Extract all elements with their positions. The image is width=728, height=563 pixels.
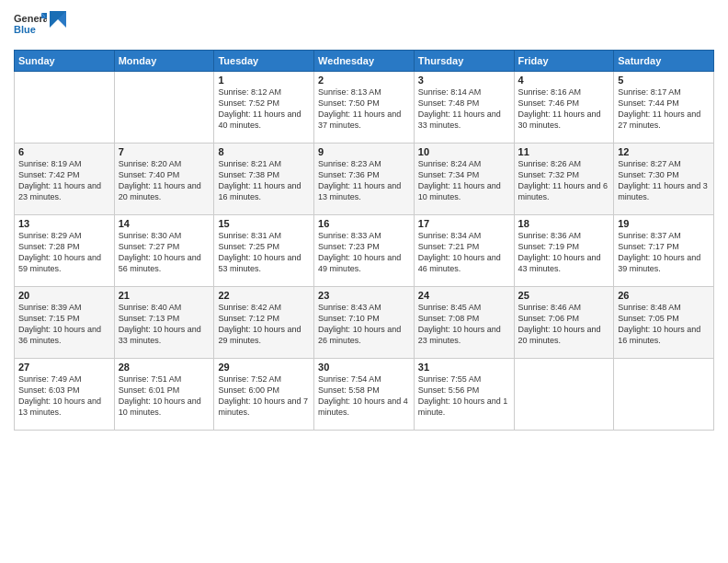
cell-info: Sunrise: 7:51 AMSunset: 6:01 PMDaylight:… xyxy=(119,373,210,419)
cell-info: Sunrise: 7:49 AMSunset: 6:03 PMDaylight:… xyxy=(18,373,110,419)
cell-info: Sunrise: 8:36 AMSunset: 7:19 PMDaylight:… xyxy=(518,230,610,275)
calendar-cell xyxy=(514,359,614,431)
day-number: 31 xyxy=(418,362,510,373)
calendar-page: General Blue SundayMondayTu xyxy=(0,0,728,563)
cell-info: Sunrise: 8:37 AMSunset: 7:17 PMDaylight:… xyxy=(618,230,710,275)
calendar-cell: 17Sunrise: 8:34 AMSunset: 7:21 PMDayligh… xyxy=(414,215,514,287)
day-number: 30 xyxy=(318,362,410,373)
day-number: 25 xyxy=(518,290,610,301)
day-header: Wednesday xyxy=(314,51,415,72)
day-number: 16 xyxy=(318,218,410,229)
calendar-cell: 5Sunrise: 8:17 AMSunset: 7:44 PMDaylight… xyxy=(614,72,714,144)
day-number: 17 xyxy=(418,218,510,229)
calendar-cell: 16Sunrise: 8:33 AMSunset: 7:23 PMDayligh… xyxy=(314,215,415,287)
day-number: 21 xyxy=(119,290,210,301)
calendar-cell: 24Sunrise: 8:45 AMSunset: 7:08 PMDayligh… xyxy=(414,287,514,359)
calendar-cell: 8Sunrise: 8:21 AMSunset: 7:38 PMDaylight… xyxy=(214,144,314,215)
day-number: 13 xyxy=(18,218,110,229)
day-number: 7 xyxy=(119,146,210,157)
day-number: 10 xyxy=(418,146,510,157)
calendar-cell: 1Sunrise: 8:12 AMSunset: 7:52 PMDaylight… xyxy=(214,72,314,144)
day-number: 22 xyxy=(218,290,310,301)
day-header: Sunday xyxy=(15,51,115,72)
logo-icon: General Blue xyxy=(14,9,47,42)
logo: General Blue xyxy=(14,9,66,42)
calendar-week: 27Sunrise: 7:49 AMSunset: 6:03 PMDayligh… xyxy=(15,359,714,431)
svg-text:Blue: Blue xyxy=(14,24,36,35)
day-number: 27 xyxy=(18,362,110,373)
day-number: 20 xyxy=(18,290,110,301)
day-number: 26 xyxy=(618,290,710,301)
day-number: 2 xyxy=(318,75,410,86)
cell-info: Sunrise: 8:16 AMSunset: 7:46 PMDaylight:… xyxy=(518,86,610,132)
day-number: 15 xyxy=(218,218,310,229)
day-number: 23 xyxy=(318,290,410,301)
day-number: 11 xyxy=(518,146,610,157)
calendar-week: 1Sunrise: 8:12 AMSunset: 7:52 PMDaylight… xyxy=(15,72,714,144)
cell-info: Sunrise: 8:45 AMSunset: 7:08 PMDaylight:… xyxy=(418,302,510,347)
calendar-week: 6Sunrise: 8:19 AMSunset: 7:42 PMDaylight… xyxy=(15,144,714,215)
calendar-cell: 3Sunrise: 8:14 AMSunset: 7:48 PMDaylight… xyxy=(414,72,514,144)
calendar-cell: 15Sunrise: 8:31 AMSunset: 7:25 PMDayligh… xyxy=(214,215,314,287)
calendar-cell: 31Sunrise: 7:55 AMSunset: 5:56 PMDayligh… xyxy=(414,359,514,431)
day-number: 18 xyxy=(518,218,610,229)
day-number: 28 xyxy=(119,362,210,373)
cell-info: Sunrise: 8:43 AMSunset: 7:10 PMDaylight:… xyxy=(318,302,410,347)
calendar-cell: 4Sunrise: 8:16 AMSunset: 7:46 PMDaylight… xyxy=(514,72,614,144)
cell-info: Sunrise: 8:46 AMSunset: 7:06 PMDaylight:… xyxy=(518,302,610,347)
calendar-cell xyxy=(614,359,714,431)
calendar-cell: 2Sunrise: 8:13 AMSunset: 7:50 PMDaylight… xyxy=(314,72,415,144)
calendar-cell: 28Sunrise: 7:51 AMSunset: 6:01 PMDayligh… xyxy=(114,359,214,431)
day-number: 8 xyxy=(218,146,310,157)
cell-info: Sunrise: 8:19 AMSunset: 7:42 PMDaylight:… xyxy=(18,158,110,203)
day-header: Thursday xyxy=(414,51,514,72)
calendar-cell: 6Sunrise: 8:19 AMSunset: 7:42 PMDaylight… xyxy=(15,144,115,215)
cell-info: Sunrise: 8:29 AMSunset: 7:28 PMDaylight:… xyxy=(18,230,110,275)
cell-info: Sunrise: 8:17 AMSunset: 7:44 PMDaylight:… xyxy=(618,86,710,132)
day-header: Monday xyxy=(114,51,214,72)
calendar-cell: 19Sunrise: 8:37 AMSunset: 7:17 PMDayligh… xyxy=(614,215,714,287)
calendar-cell: 11Sunrise: 8:26 AMSunset: 7:32 PMDayligh… xyxy=(514,144,614,215)
calendar-week: 13Sunrise: 8:29 AMSunset: 7:28 PMDayligh… xyxy=(15,215,714,287)
cell-info: Sunrise: 8:20 AMSunset: 7:40 PMDaylight:… xyxy=(119,158,210,203)
day-header: Saturday xyxy=(614,51,714,72)
day-header: Tuesday xyxy=(214,51,314,72)
calendar-cell: 13Sunrise: 8:29 AMSunset: 7:28 PMDayligh… xyxy=(15,215,115,287)
calendar-cell: 9Sunrise: 8:23 AMSunset: 7:36 PMDaylight… xyxy=(314,144,415,215)
day-number: 6 xyxy=(18,146,110,157)
day-number: 9 xyxy=(318,146,410,157)
calendar-table: SundayMondayTuesdayWednesdayThursdayFrid… xyxy=(14,50,714,431)
cell-info: Sunrise: 8:30 AMSunset: 7:27 PMDaylight:… xyxy=(119,230,210,275)
day-number: 14 xyxy=(119,218,210,229)
calendar-cell xyxy=(15,72,115,144)
cell-info: Sunrise: 8:48 AMSunset: 7:05 PMDaylight:… xyxy=(618,302,710,347)
day-number: 3 xyxy=(418,75,510,86)
cell-info: Sunrise: 7:55 AMSunset: 5:56 PMDaylight:… xyxy=(418,373,510,419)
calendar-week: 20Sunrise: 8:39 AMSunset: 7:15 PMDayligh… xyxy=(15,287,714,359)
calendar-cell: 20Sunrise: 8:39 AMSunset: 7:15 PMDayligh… xyxy=(15,287,115,359)
cell-info: Sunrise: 8:12 AMSunset: 7:52 PMDaylight:… xyxy=(218,86,310,132)
calendar-cell: 18Sunrise: 8:36 AMSunset: 7:19 PMDayligh… xyxy=(514,215,614,287)
day-number: 1 xyxy=(218,75,310,86)
cell-info: Sunrise: 8:26 AMSunset: 7:32 PMDaylight:… xyxy=(518,158,610,203)
calendar-cell: 30Sunrise: 7:54 AMSunset: 5:58 PMDayligh… xyxy=(314,359,415,431)
calendar-cell: 23Sunrise: 8:43 AMSunset: 7:10 PMDayligh… xyxy=(314,287,415,359)
calendar-cell: 26Sunrise: 8:48 AMSunset: 7:05 PMDayligh… xyxy=(614,287,714,359)
cell-info: Sunrise: 8:34 AMSunset: 7:21 PMDaylight:… xyxy=(418,230,510,275)
calendar-cell xyxy=(114,72,214,144)
calendar-cell: 12Sunrise: 8:27 AMSunset: 7:30 PMDayligh… xyxy=(614,144,714,215)
calendar-cell: 25Sunrise: 8:46 AMSunset: 7:06 PMDayligh… xyxy=(514,287,614,359)
day-number: 12 xyxy=(618,146,710,157)
calendar-cell: 21Sunrise: 8:40 AMSunset: 7:13 PMDayligh… xyxy=(114,287,214,359)
day-number: 19 xyxy=(618,218,710,229)
day-header: Friday xyxy=(514,51,614,72)
calendar-cell: 7Sunrise: 8:20 AMSunset: 7:40 PMDaylight… xyxy=(114,144,214,215)
cell-info: Sunrise: 7:54 AMSunset: 5:58 PMDaylight:… xyxy=(318,373,410,419)
day-number: 24 xyxy=(418,290,510,301)
calendar-cell: 14Sunrise: 8:30 AMSunset: 7:27 PMDayligh… xyxy=(114,215,214,287)
day-number: 5 xyxy=(618,75,710,86)
day-number: 29 xyxy=(218,362,310,373)
header-row: SundayMondayTuesdayWednesdayThursdayFrid… xyxy=(15,51,714,72)
cell-info: Sunrise: 8:24 AMSunset: 7:34 PMDaylight:… xyxy=(418,158,510,203)
cell-info: Sunrise: 8:27 AMSunset: 7:30 PMDaylight:… xyxy=(618,158,710,203)
